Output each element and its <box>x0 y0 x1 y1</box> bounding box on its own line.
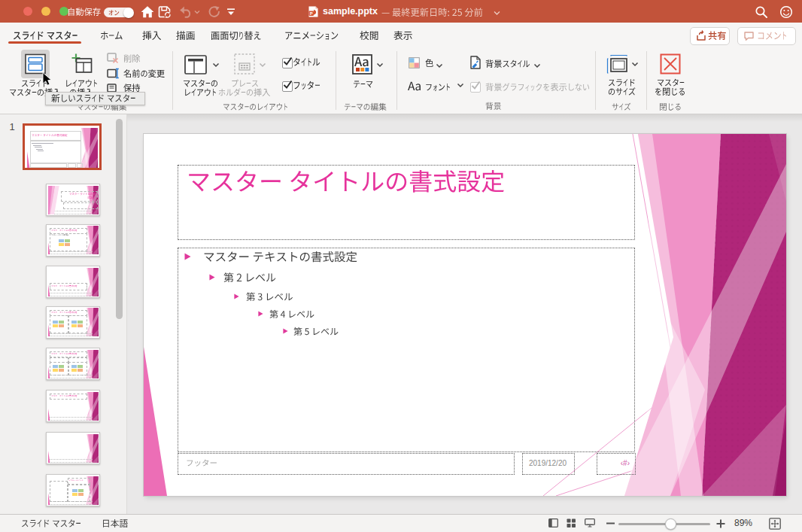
svg-text:P: P <box>310 11 313 16</box>
